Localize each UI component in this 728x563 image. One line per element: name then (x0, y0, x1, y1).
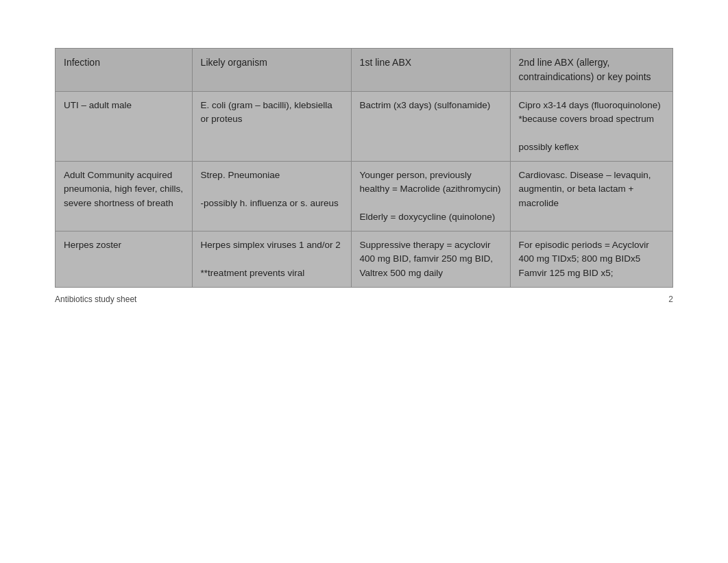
row3-2nd-line: For episodic periods = Acyclovir 400 mg … (510, 232, 672, 288)
page-number: 2 (668, 295, 673, 304)
row3-infection: Herpes zoster (56, 232, 193, 288)
footnote-text: Antibiotics study sheet (55, 295, 136, 304)
row2-2nd-line: Cardiovasc. Disease – levaquin, augmenti… (510, 162, 672, 232)
row2-1st-line: Younger person, previously healthy = Mac… (351, 162, 510, 232)
row1-1st-line: Bactrim (x3 days) (sulfonamide) (351, 92, 510, 162)
table-row: Adult Community acquired pneumonia, high… (56, 162, 673, 232)
row1-2nd-line: Cipro x3-14 days (fluoroquinolone)*becau… (510, 92, 672, 162)
header-2nd-line: 2nd line ABX (allergy, contraindications… (510, 49, 672, 92)
header-1st-line: 1st line ABX (351, 49, 510, 92)
header-organism: Likely organism (192, 49, 351, 92)
row3-organism: Herpes simplex viruses 1 and/or 2**treat… (192, 232, 351, 288)
row1-organism: E. coli (gram – bacilli), klebsiella or … (192, 92, 351, 162)
header-2nd-line-text: 2nd line ABX (allergy, contraindications… (519, 57, 651, 82)
row2-infection: Adult Community acquired pneumonia, high… (56, 162, 193, 232)
header-infection: Infection (56, 49, 193, 92)
table-header-row: Infection Likely organism 1st line ABX 2… (56, 49, 673, 92)
row1-infection: UTI – adult male (56, 92, 193, 162)
row2-organism: Strep. Pneumoniae-possibly h. influenza … (192, 162, 351, 232)
table-row: UTI – adult male E. coli (gram – bacilli… (56, 92, 673, 162)
table-row: Herpes zoster Herpes simplex viruses 1 a… (56, 232, 673, 288)
row3-1st-line: Suppressive therapy = acyclovir 400 mg B… (351, 232, 510, 288)
